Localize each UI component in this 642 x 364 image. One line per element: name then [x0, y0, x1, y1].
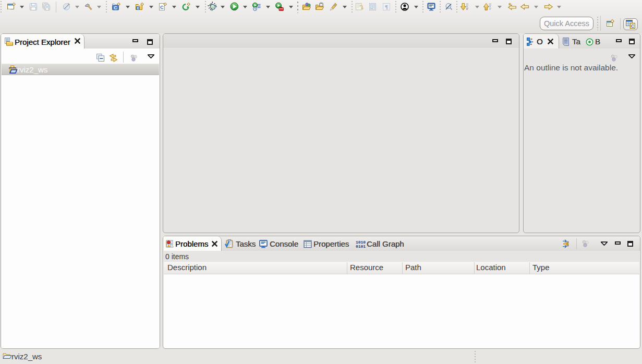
svg-text:C: C: [631, 23, 635, 29]
svg-text:¶: ¶: [385, 4, 388, 10]
svg-text:C: C: [160, 4, 164, 10]
svg-text:0101: 0101: [356, 244, 366, 248]
svg-text:C: C: [137, 6, 139, 10]
svg-text:C: C: [114, 5, 117, 10]
